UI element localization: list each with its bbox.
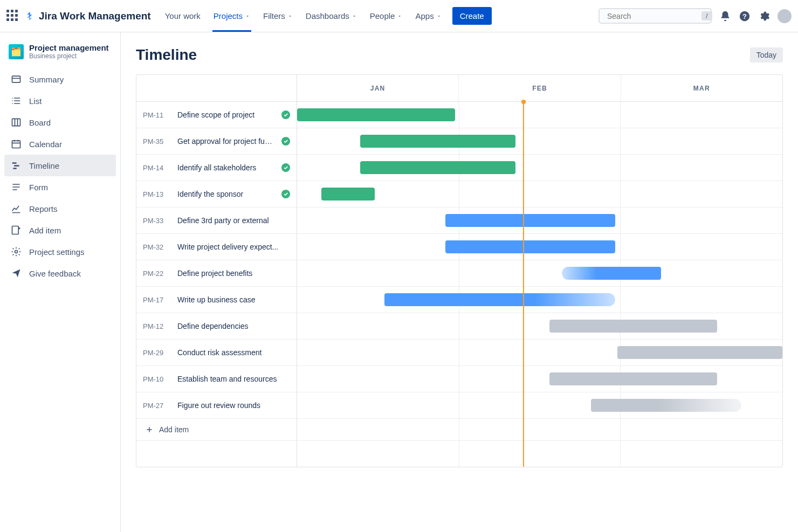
svg-rect-6 <box>12 162 17 164</box>
form-icon <box>11 182 22 192</box>
timeline-bar[interactable] <box>445 214 615 227</box>
timeline-icon <box>11 160 22 171</box>
calendar-icon <box>11 139 22 149</box>
nav-item-apps[interactable]: Apps <box>410 9 446 23</box>
timeline-row[interactable]: PM-29 Conduct risk assessment <box>136 340 782 366</box>
timeline-row[interactable]: PM-11 Define scope of project <box>136 102 782 128</box>
svg-rect-5 <box>12 141 20 148</box>
project-type: Business project <box>29 52 109 60</box>
done-status-icon <box>281 163 290 172</box>
nav-items: Your workProjectsFiltersDashboardsPeople… <box>160 9 447 23</box>
issue-key: PM-11 <box>143 111 170 119</box>
search-input[interactable] <box>607 12 701 20</box>
timeline-row[interactable]: PM-17 Write up business case <box>136 287 782 313</box>
month-feb: FEB <box>459 75 621 101</box>
done-status-icon <box>281 190 290 198</box>
settings-icon <box>11 246 22 257</box>
sidebar-item-project-settings[interactable]: Project settings <box>4 241 116 262</box>
nav-item-filters[interactable]: Filters <box>258 9 298 23</box>
settings-icon[interactable] <box>758 10 770 22</box>
timeline-row[interactable]: PM-10 Establish team and resources <box>136 366 782 392</box>
profile-avatar[interactable] <box>778 9 792 23</box>
issue-title: Get approval for project fund... <box>177 137 274 146</box>
timeline-bar[interactable] <box>297 108 455 121</box>
list-icon <box>11 95 22 106</box>
svg-point-10 <box>15 251 18 253</box>
issue-key: PM-14 <box>143 164 170 172</box>
timeline-row[interactable]: PM-13 Identify the sponsor <box>136 181 782 208</box>
issue-key: PM-22 <box>143 270 170 278</box>
timeline-bar[interactable] <box>549 372 717 385</box>
issue-title: Identify all stakeholders <box>177 163 274 172</box>
timeline-bar[interactable] <box>360 161 515 174</box>
timeline-row[interactable]: PM-27 Figure out review rounds <box>136 392 782 419</box>
timeline-bar[interactable] <box>445 240 615 253</box>
timeline: JANFEBMAR PM-11 Define scope of project … <box>136 74 783 467</box>
create-button[interactable]: Create <box>452 7 492 25</box>
sidebar-item-calendar[interactable]: Calendar <box>4 133 116 155</box>
timeline-bar[interactable] <box>384 293 615 306</box>
top-nav: Jira Work Management Your workProjectsFi… <box>0 0 798 32</box>
sidebar-item-board[interactable]: Board <box>4 112 116 133</box>
add-item-label: Add item <box>159 425 189 434</box>
sidebar-item-add-item[interactable]: Add item <box>4 219 116 241</box>
svg-text:?: ? <box>742 12 747 20</box>
timeline-row[interactable]: PM-33 Define 3rd party or external <box>136 208 782 234</box>
timeline-row[interactable]: PM-12 Define dependencies <box>136 313 782 340</box>
search-box[interactable]: / <box>598 8 712 24</box>
sidebar-item-reports[interactable]: Reports <box>4 198 116 219</box>
month-mar: MAR <box>621 75 782 101</box>
timeline-row[interactable]: PM-32 Write project delivery expect... <box>136 234 782 260</box>
timeline-bar[interactable] <box>617 346 782 359</box>
issue-key: PM-10 <box>143 375 170 383</box>
issue-key: PM-29 <box>143 349 170 357</box>
month-jan: JAN <box>297 75 459 101</box>
nav-item-your-work[interactable]: Your work <box>160 9 206 23</box>
timeline-bar[interactable] <box>360 135 515 148</box>
plus-icon <box>145 425 154 434</box>
sidebar-item-list[interactable]: List <box>4 90 116 112</box>
svg-rect-3 <box>12 76 20 82</box>
sidebar-item-form[interactable]: Form <box>4 176 116 198</box>
board-icon <box>11 117 22 128</box>
timeline-row[interactable]: PM-22 Define project benefits <box>136 260 782 287</box>
nav-item-projects[interactable]: Projects <box>208 9 256 23</box>
timeline-bar[interactable] <box>591 399 741 412</box>
logo-text: Jira Work Management <box>39 10 151 22</box>
issue-title: Write project delivery expect... <box>177 243 290 251</box>
issue-title: Conduct risk assessment <box>177 348 290 357</box>
svg-rect-7 <box>14 165 19 167</box>
sidebar-item-summary[interactable]: Summary <box>4 68 116 90</box>
issue-key: PM-13 <box>143 190 170 198</box>
issue-title: Define 3rd party or external <box>177 216 290 225</box>
issue-key: PM-12 <box>143 322 170 330</box>
sidebar-item-timeline[interactable]: Timeline <box>4 155 116 176</box>
help-icon[interactable]: ? <box>739 10 751 22</box>
timeline-bar[interactable] <box>562 267 662 280</box>
add-item-row[interactable]: Add item <box>136 419 297 441</box>
nav-item-people[interactable]: People <box>364 9 408 23</box>
logo[interactable]: Jira Work Management <box>25 10 151 22</box>
nav-icons: ? <box>719 9 792 23</box>
timeline-bar[interactable] <box>321 188 375 201</box>
sidebar-item-give-feedback[interactable]: Give feedback <box>4 262 116 284</box>
project-icon: 🗂️ <box>9 44 24 59</box>
timeline-row[interactable]: PM-35 Get approval for project fund... <box>136 128 782 155</box>
issue-key: PM-27 <box>143 402 170 410</box>
issue-key: PM-33 <box>143 217 170 225</box>
timeline-bar[interactable] <box>549 320 717 333</box>
svg-rect-9 <box>12 226 19 234</box>
timeline-row[interactable]: PM-14 Identify all stakeholders <box>136 155 782 181</box>
today-button[interactable]: Today <box>750 47 783 63</box>
sidebar: 🗂️ Project management Business project S… <box>0 32 121 532</box>
nav-item-dashboards[interactable]: Dashboards <box>300 9 362 23</box>
app-switcher-icon[interactable] <box>6 10 19 23</box>
notifications-icon[interactable] <box>719 10 731 22</box>
page-title: Timeline <box>136 46 197 64</box>
project-header[interactable]: 🗂️ Project management Business project <box>4 43 116 68</box>
issue-key: PM-17 <box>143 296 170 304</box>
issue-title: Write up business case <box>177 295 290 304</box>
issue-title: Define project benefits <box>177 269 290 278</box>
issue-title: Establish team and resources <box>177 375 290 383</box>
issue-key: PM-35 <box>143 137 170 146</box>
